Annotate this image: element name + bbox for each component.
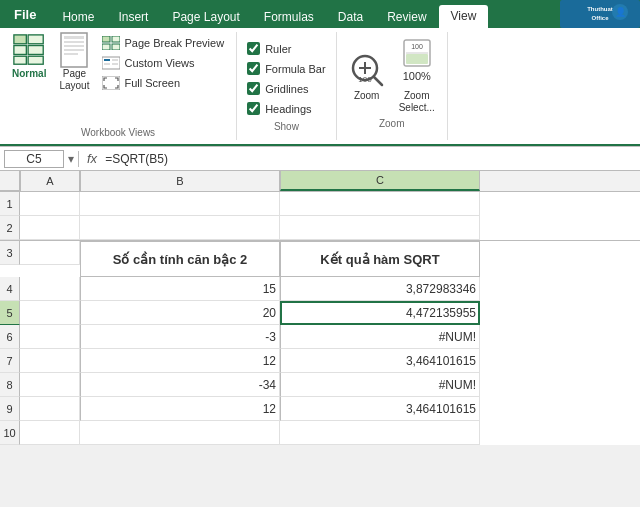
gridlines-label: Gridlines	[265, 83, 308, 95]
cell-c8[interactable]: #NUM!	[280, 373, 480, 397]
normal-view-button[interactable]: Normal	[8, 32, 50, 82]
custom-views-label: Custom Views	[124, 57, 194, 69]
cell-c5[interactable]: 4,472135955	[280, 301, 480, 325]
table-row: 7 12 3,464101615	[0, 349, 640, 373]
headings-checkbox[interactable]	[247, 102, 260, 115]
page-break-icon	[102, 36, 120, 50]
gridlines-checkbox[interactable]	[247, 82, 260, 95]
svg-rect-17	[102, 36, 110, 42]
formula-bar-checkbox[interactable]	[247, 62, 260, 75]
table-row: 5 20 4,472135955	[0, 301, 640, 325]
svg-rect-9	[14, 56, 26, 64]
row-num-5: 5	[0, 301, 20, 325]
cell-c3[interactable]: Kết quả hàm SQRT	[280, 241, 480, 277]
cell-a4[interactable]	[20, 277, 80, 301]
cell-c7[interactable]: 3,464101615	[280, 349, 480, 373]
cell-a9[interactable]	[20, 397, 80, 421]
page-break-preview-button[interactable]: Page Break Preview	[98, 34, 228, 52]
cell-b8[interactable]: -34	[80, 373, 280, 397]
col-header-a[interactable]: A	[20, 171, 80, 191]
tab-home[interactable]: Home	[50, 6, 106, 28]
row-num-3: 3	[0, 241, 20, 265]
svg-rect-20	[112, 44, 120, 50]
cell-c4[interactable]: 3,872983346	[280, 277, 480, 301]
cell-c2[interactable]	[280, 216, 480, 240]
custom-views-button[interactable]: Custom Views	[98, 54, 228, 72]
svg-rect-18	[112, 36, 120, 42]
cell-a1[interactable]	[20, 192, 80, 216]
svg-text:👤: 👤	[615, 6, 627, 18]
cell-reference-box[interactable]	[4, 150, 64, 168]
cell-a8[interactable]	[20, 373, 80, 397]
tab-formulas[interactable]: Formulas	[252, 6, 326, 28]
cell-ref-dropdown[interactable]: ▾	[68, 152, 74, 166]
ruler-checkbox[interactable]	[247, 42, 260, 55]
tab-file[interactable]: File	[0, 0, 50, 28]
svg-rect-16	[64, 53, 78, 55]
page-layout-button[interactable]: PageLayout	[54, 32, 94, 94]
cell-b4[interactable]: 15	[80, 277, 280, 301]
col-header-c[interactable]: C	[280, 171, 480, 191]
zoom-selection-button[interactable]: ZoomSelect...	[395, 88, 439, 116]
zoom-100-button[interactable]: 100 100%	[398, 36, 436, 84]
svg-rect-14	[64, 45, 84, 47]
table-row: 2	[0, 216, 640, 240]
ruler-item: Ruler	[247, 42, 326, 55]
cell-a5[interactable]	[20, 301, 80, 325]
formula-bar-item: Formula Bar	[247, 62, 326, 75]
cell-b9[interactable]: 12	[80, 397, 280, 421]
cell-a7[interactable]	[20, 349, 80, 373]
workbook-views-group: Normal PageLayout	[0, 32, 237, 140]
formula-input[interactable]	[105, 152, 636, 166]
page-layout-label: PageLayout	[59, 68, 89, 92]
zoom-selection-label: ZoomSelect...	[399, 90, 435, 114]
cell-a3[interactable]	[20, 241, 80, 265]
gridlines-item: Gridlines	[247, 82, 326, 95]
tab-insert[interactable]: Insert	[106, 6, 160, 28]
formula-bar-separator	[78, 151, 79, 167]
cell-b3[interactable]: Số cần tính căn bậc 2	[80, 241, 280, 277]
table-row: 4 15 3,872983346	[0, 277, 640, 301]
cell-b7[interactable]: 12	[80, 349, 280, 373]
cell-c1[interactable]	[280, 192, 480, 216]
cell-c10[interactable]	[280, 421, 480, 445]
zoom-group-label: Zoom	[345, 116, 439, 131]
table-row: 8 -34 #NUM!	[0, 373, 640, 397]
cell-b10[interactable]	[80, 421, 280, 445]
cell-b1[interactable]	[80, 192, 280, 216]
cell-b5[interactable]: 20	[80, 301, 280, 325]
svg-text:Thuthuat: Thuthuat	[587, 6, 613, 12]
cell-a2[interactable]	[20, 216, 80, 240]
svg-rect-12	[64, 36, 84, 39]
zoom-label: Zoom	[354, 90, 380, 101]
zoom-button[interactable]: 100 Zoom	[345, 50, 389, 103]
show-label: Show	[247, 119, 326, 134]
formula-bar-label: Formula Bar	[265, 63, 326, 75]
svg-text:100: 100	[411, 43, 423, 50]
cell-b6[interactable]: -3	[80, 325, 280, 349]
col-header-b[interactable]: B	[80, 171, 280, 191]
svg-rect-8	[28, 46, 43, 55]
cell-a6[interactable]	[20, 325, 80, 349]
full-screen-button[interactable]: Full Screen	[98, 74, 228, 92]
tab-review[interactable]: Review	[375, 6, 438, 28]
headings-item: Headings	[247, 102, 326, 115]
column-headers: A B C	[0, 171, 640, 192]
tab-view[interactable]: View	[439, 5, 489, 28]
zoom-percent-label: 100%	[403, 70, 431, 82]
svg-rect-19	[102, 44, 110, 50]
cell-c9[interactable]: 3,464101615	[280, 397, 480, 421]
svg-rect-25	[112, 63, 118, 65]
tab-page-layout[interactable]: Page Layout	[160, 6, 251, 28]
ribbon: File Home Insert Page Layout Formulas Da…	[0, 0, 640, 147]
cell-a10[interactable]	[20, 421, 80, 445]
tab-data[interactable]: Data	[326, 6, 375, 28]
full-screen-icon	[102, 76, 120, 90]
zoom-percent-area: 100 100% ZoomSelect...	[395, 36, 439, 116]
row-num-8: 8	[0, 373, 20, 397]
table-row: 1	[0, 192, 640, 216]
cell-c6[interactable]: #NUM!	[280, 325, 480, 349]
cell-b2[interactable]	[80, 216, 280, 240]
svg-rect-22	[104, 59, 110, 61]
svg-rect-13	[64, 41, 84, 43]
